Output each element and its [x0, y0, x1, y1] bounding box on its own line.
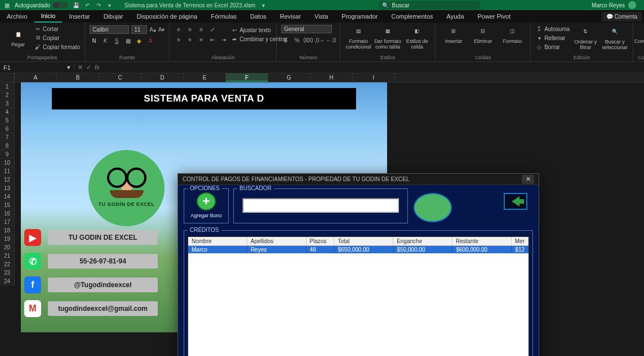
sort-filter-button[interactable]: ⇅Ordenar y filtrar [572, 25, 599, 50]
close-button[interactable]: ✕ [522, 175, 534, 184]
row-header-12[interactable]: 12 [0, 175, 15, 184]
number-format-select[interactable] [281, 25, 332, 33]
format-painter-button[interactable]: 🖌Copiar formato [34, 43, 80, 51]
tab-insertar[interactable]: Insertar [62, 11, 96, 22]
name-box[interactable]: F1▾ [0, 64, 74, 71]
tab-ayuda[interactable]: Ayuda [440, 11, 471, 22]
row-header-23[interactable]: 23 [0, 269, 15, 277]
row-header-9[interactable]: 9 [0, 150, 15, 159]
tab-disposición-de-página[interactable]: Disposición de página [130, 11, 205, 22]
col-header-F[interactable]: F [226, 73, 268, 82]
dec-dec-icon[interactable]: ←.0 [326, 36, 335, 45]
row-header-19[interactable]: 19 [0, 235, 15, 243]
col-header-I[interactable]: I [353, 73, 395, 82]
col-header-E[interactable]: E [184, 73, 226, 82]
row-header-11[interactable]: 11 [0, 167, 15, 175]
align-center-icon[interactable]: ≡ [185, 35, 194, 44]
credits-grid[interactable]: Nombre Apellidos Plazos Total Enganche R… [188, 236, 529, 356]
row-header-8[interactable]: 8 [0, 142, 15, 150]
row-header-1[interactable]: 1 [0, 82, 15, 91]
row-header-2[interactable]: 2 [0, 91, 15, 99]
col-header-C[interactable]: C [99, 73, 141, 82]
row-header-20[interactable]: 20 [0, 243, 15, 252]
row-header-7[interactable]: 7 [0, 133, 15, 142]
col-apellidos[interactable]: Apellidos [247, 237, 307, 245]
autosave-toggle[interactable]: Autoguardado [15, 2, 68, 8]
col-mensual[interactable]: Mer [512, 237, 528, 245]
row-header-18[interactable]: 18 [0, 226, 15, 235]
select-all-corner[interactable] [0, 73, 15, 82]
insert-cells-button[interactable]: ⊞Insertar [440, 25, 467, 44]
copy-button[interactable]: ⧉Copiar [34, 34, 80, 42]
col-enganche[interactable]: Enganche [393, 237, 452, 245]
back-button[interactable] [504, 193, 527, 210]
find-select-button[interactable]: 🔍Buscar y seleccionar [601, 25, 628, 50]
link-youtube[interactable]: ▶TU GODIN DE EXCEL [24, 229, 158, 246]
link-whatsapp[interactable]: ✆55-26-97-81-94 [24, 253, 158, 270]
delete-cells-button[interactable]: ⊟Eliminar [469, 25, 496, 44]
addins-button[interactable]: ▣Complementos [638, 25, 644, 44]
align-top-icon[interactable]: ≡ [174, 25, 183, 34]
tab-power-pivot[interactable]: Power Pivot [471, 11, 518, 22]
col-header-D[interactable]: D [141, 73, 184, 82]
decrease-font-icon[interactable]: A▾ [158, 25, 165, 34]
tab-fórmulas[interactable]: Fórmulas [204, 11, 243, 22]
row-header-17[interactable]: 17 [0, 218, 15, 226]
row-header-14[interactable]: 14 [0, 192, 15, 201]
link-gmail[interactable]: Mtugodindeexcel@gmail.com [24, 300, 158, 317]
redo-icon[interactable]: ↷ [95, 2, 102, 8]
currency-icon[interactable]: $ [281, 36, 290, 45]
save-icon[interactable]: 💾 [73, 2, 79, 8]
row-header-22[interactable]: 22 [0, 260, 15, 269]
percent-icon[interactable]: % [292, 36, 301, 45]
format-table-button[interactable]: ▦Dar formato como tabla [374, 25, 401, 50]
row-header-24[interactable]: 24 [0, 277, 15, 285]
tab-inicio[interactable]: Inicio [34, 10, 63, 23]
col-header-A[interactable]: A [15, 73, 57, 82]
dec-inc-icon[interactable]: .0→ [315, 36, 324, 45]
row-header-6[interactable]: 6 [0, 125, 15, 133]
tab-vista[interactable]: Vista [308, 11, 335, 22]
align-right-icon[interactable]: ≡ [197, 35, 206, 44]
dialog-titlebar[interactable]: CONTROL DE PAGOS DE FINANCIAMIENTOS - PR… [178, 174, 539, 185]
fx-icon[interactable]: fx [95, 64, 100, 71]
search-input[interactable] [242, 198, 399, 213]
clear-button[interactable]: ◇Borrar [535, 43, 570, 51]
tab-dibujar[interactable]: Dibujar [97, 11, 130, 22]
col-total[interactable]: Total [334, 237, 393, 245]
tab-datos[interactable]: Datos [243, 11, 273, 22]
comments-button[interactable]: 💬 Comenta [602, 12, 642, 21]
col-restante[interactable]: Restante [452, 237, 512, 245]
undo-icon[interactable]: ↶ [84, 2, 91, 8]
cancel-icon[interactable]: ✕ [78, 64, 83, 71]
row-header-15[interactable]: 15 [0, 201, 15, 209]
border-button[interactable]: ▦ [123, 36, 132, 45]
add-bono-button[interactable] [197, 192, 216, 210]
comma-icon[interactable]: 000 [304, 36, 313, 45]
row-header-10[interactable]: 10 [0, 159, 15, 167]
conditional-format-button[interactable]: ▤Formato condicional [345, 25, 372, 50]
align-middle-icon[interactable]: ≡ [185, 25, 194, 34]
indent-dec-icon[interactable]: ⇤ [208, 35, 217, 44]
font-color-button[interactable]: A [146, 36, 155, 45]
col-header-G[interactable]: G [268, 73, 310, 82]
tab-archivo[interactable]: Archivo [0, 11, 34, 22]
indent-inc-icon[interactable]: ⇥ [219, 35, 228, 44]
link-facebook[interactable]: f@Tugodindeexcel [24, 276, 158, 293]
bold-button[interactable]: N [90, 36, 99, 45]
italic-button[interactable]: K [101, 36, 110, 45]
paste-button[interactable]: 📋 Pegar [5, 28, 32, 47]
tab-revisar[interactable]: Revisar [273, 11, 308, 22]
row-header-21[interactable]: 21 [0, 252, 15, 260]
increase-font-icon[interactable]: A▴ [149, 25, 156, 34]
search-box[interactable]: 🔍 Buscar [379, 1, 480, 10]
col-header-B[interactable]: B [57, 73, 99, 82]
row-header-16[interactable]: 16 [0, 209, 15, 218]
orientation-icon[interactable]: ⤢ [208, 25, 217, 34]
cut-button[interactable]: ✂Cortar [34, 25, 80, 33]
enter-icon[interactable]: ✓ [86, 64, 91, 71]
fill-color-button[interactable]: ◆ [135, 36, 144, 45]
fill-button[interactable]: ▾Rellenar [535, 34, 570, 42]
col-nombre[interactable]: Nombre [188, 237, 247, 245]
filename-dropdown-icon[interactable]: ▾ [260, 2, 267, 8]
